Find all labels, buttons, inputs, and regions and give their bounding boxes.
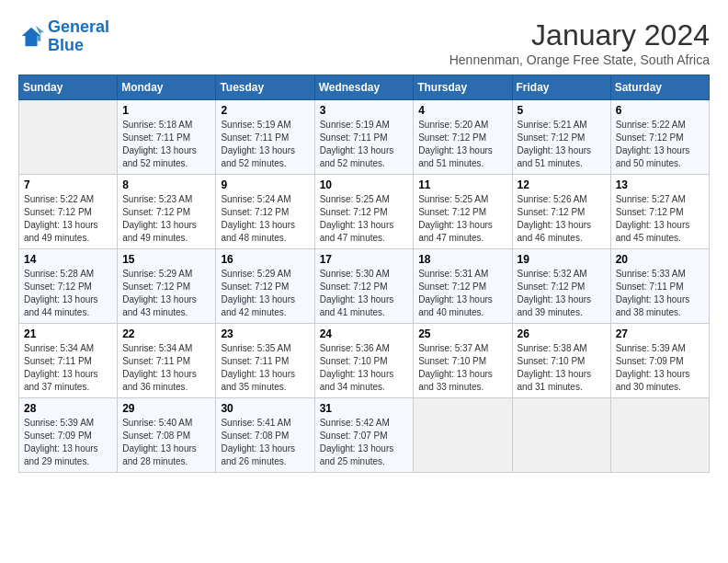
day-info: Sunrise: 5:25 AMSunset: 7:12 PMDaylight:… bbox=[320, 193, 409, 245]
calendar-cell bbox=[414, 398, 512, 473]
day-info: Sunrise: 5:37 AMSunset: 7:10 PMDaylight:… bbox=[418, 342, 506, 394]
calendar-cell: 1Sunrise: 5:18 AMSunset: 7:11 PMDaylight… bbox=[118, 100, 216, 175]
calendar-cell: 30Sunrise: 5:41 AMSunset: 7:08 PMDayligh… bbox=[216, 398, 314, 473]
weekday-header: Thursday bbox=[414, 75, 512, 100]
calendar-cell: 31Sunrise: 5:42 AMSunset: 7:07 PMDayligh… bbox=[314, 398, 414, 473]
day-info: Sunrise: 5:38 AMSunset: 7:10 PMDaylight:… bbox=[518, 342, 606, 394]
day-number: 10 bbox=[320, 178, 409, 191]
day-info: Sunrise: 5:22 AMSunset: 7:12 PMDaylight:… bbox=[24, 193, 112, 245]
day-info: Sunrise: 5:32 AMSunset: 7:12 PMDaylight:… bbox=[518, 268, 606, 319]
day-number: 26 bbox=[518, 327, 606, 340]
day-number: 13 bbox=[616, 178, 704, 191]
day-number: 22 bbox=[122, 327, 210, 340]
day-info: Sunrise: 5:42 AMSunset: 7:07 PMDaylight:… bbox=[320, 417, 409, 468]
header: General Blue January 2024 Hennenman, Ora… bbox=[18, 18, 710, 67]
logo-text: General Blue bbox=[48, 18, 109, 55]
day-info: Sunrise: 5:27 AMSunset: 7:12 PMDaylight:… bbox=[616, 193, 704, 245]
day-info: Sunrise: 5:25 AMSunset: 7:12 PMDaylight:… bbox=[418, 193, 506, 245]
day-info: Sunrise: 5:36 AMSunset: 7:10 PMDaylight:… bbox=[320, 342, 409, 394]
day-info: Sunrise: 5:35 AMSunset: 7:11 PMDaylight:… bbox=[221, 342, 309, 394]
day-info: Sunrise: 5:29 AMSunset: 7:12 PMDaylight:… bbox=[221, 268, 309, 319]
calendar-cell: 10Sunrise: 5:25 AMSunset: 7:12 PMDayligh… bbox=[314, 175, 414, 249]
calendar-cell: 2Sunrise: 5:19 AMSunset: 7:11 PMDaylight… bbox=[216, 100, 314, 175]
day-info: Sunrise: 5:39 AMSunset: 7:09 PMDaylight:… bbox=[616, 342, 704, 394]
day-info: Sunrise: 5:28 AMSunset: 7:12 PMDaylight:… bbox=[24, 268, 112, 319]
weekday-header: Saturday bbox=[610, 75, 709, 100]
day-number: 25 bbox=[418, 327, 506, 340]
calendar-cell: 27Sunrise: 5:39 AMSunset: 7:09 PMDayligh… bbox=[610, 324, 709, 398]
calendar-cell: 5Sunrise: 5:21 AMSunset: 7:12 PMDaylight… bbox=[512, 100, 610, 175]
header-row: SundayMondayTuesdayWednesdayThursdayFrid… bbox=[19, 75, 710, 100]
day-number: 7 bbox=[24, 178, 112, 191]
day-number: 21 bbox=[24, 327, 112, 340]
calendar-cell: 3Sunrise: 5:19 AMSunset: 7:11 PMDaylight… bbox=[314, 100, 414, 175]
calendar-cell: 14Sunrise: 5:28 AMSunset: 7:12 PMDayligh… bbox=[19, 249, 118, 324]
calendar-cell: 28Sunrise: 5:39 AMSunset: 7:09 PMDayligh… bbox=[19, 398, 118, 473]
weekday-header: Sunday bbox=[19, 75, 118, 100]
day-number: 18 bbox=[418, 253, 506, 266]
calendar-cell: 20Sunrise: 5:33 AMSunset: 7:11 PMDayligh… bbox=[610, 249, 709, 324]
logo: General Blue bbox=[18, 18, 109, 55]
month-title: January 2024 bbox=[449, 18, 710, 52]
calendar-week-row: 1Sunrise: 5:18 AMSunset: 7:11 PMDaylight… bbox=[19, 100, 710, 175]
day-info: Sunrise: 5:24 AMSunset: 7:12 PMDaylight:… bbox=[221, 193, 309, 245]
calendar-cell: 9Sunrise: 5:24 AMSunset: 7:12 PMDaylight… bbox=[216, 175, 314, 249]
day-number: 15 bbox=[122, 253, 210, 266]
calendar-cell: 24Sunrise: 5:36 AMSunset: 7:10 PMDayligh… bbox=[314, 324, 414, 398]
calendar-cell: 22Sunrise: 5:34 AMSunset: 7:11 PMDayligh… bbox=[118, 324, 216, 398]
day-info: Sunrise: 5:20 AMSunset: 7:12 PMDaylight:… bbox=[418, 119, 506, 170]
day-info: Sunrise: 5:33 AMSunset: 7:11 PMDaylight:… bbox=[616, 268, 704, 319]
day-number: 30 bbox=[221, 402, 309, 415]
day-number: 14 bbox=[24, 253, 112, 266]
day-number: 28 bbox=[24, 402, 112, 415]
calendar-cell bbox=[19, 100, 118, 175]
day-info: Sunrise: 5:41 AMSunset: 7:08 PMDaylight:… bbox=[221, 417, 309, 468]
calendar-week-row: 21Sunrise: 5:34 AMSunset: 7:11 PMDayligh… bbox=[19, 324, 710, 398]
calendar-table: SundayMondayTuesdayWednesdayThursdayFrid… bbox=[18, 75, 710, 473]
day-info: Sunrise: 5:34 AMSunset: 7:11 PMDaylight:… bbox=[122, 342, 210, 394]
calendar-week-row: 14Sunrise: 5:28 AMSunset: 7:12 PMDayligh… bbox=[19, 249, 710, 324]
weekday-header: Wednesday bbox=[314, 75, 414, 100]
title-area: January 2024 Hennenman, Orange Free Stat… bbox=[449, 18, 710, 67]
day-info: Sunrise: 5:31 AMSunset: 7:12 PMDaylight:… bbox=[418, 268, 506, 319]
day-info: Sunrise: 5:21 AMSunset: 7:12 PMDaylight:… bbox=[518, 119, 606, 170]
day-info: Sunrise: 5:29 AMSunset: 7:12 PMDaylight:… bbox=[122, 268, 210, 319]
day-number: 3 bbox=[320, 104, 409, 117]
day-number: 1 bbox=[122, 104, 210, 117]
calendar-cell bbox=[610, 398, 709, 473]
day-info: Sunrise: 5:26 AMSunset: 7:12 PMDaylight:… bbox=[518, 193, 606, 245]
day-number: 29 bbox=[122, 402, 210, 415]
day-number: 24 bbox=[320, 327, 409, 340]
calendar-cell: 15Sunrise: 5:29 AMSunset: 7:12 PMDayligh… bbox=[118, 249, 216, 324]
calendar-week-row: 28Sunrise: 5:39 AMSunset: 7:09 PMDayligh… bbox=[19, 398, 710, 473]
weekday-header: Friday bbox=[512, 75, 610, 100]
calendar-cell: 21Sunrise: 5:34 AMSunset: 7:11 PMDayligh… bbox=[19, 324, 118, 398]
calendar-cell: 18Sunrise: 5:31 AMSunset: 7:12 PMDayligh… bbox=[414, 249, 512, 324]
calendar-cell: 17Sunrise: 5:30 AMSunset: 7:12 PMDayligh… bbox=[314, 249, 414, 324]
day-number: 17 bbox=[320, 253, 409, 266]
day-number: 6 bbox=[616, 104, 704, 117]
day-number: 5 bbox=[518, 104, 606, 117]
calendar-cell: 7Sunrise: 5:22 AMSunset: 7:12 PMDaylight… bbox=[19, 175, 118, 249]
day-info: Sunrise: 5:19 AMSunset: 7:11 PMDaylight:… bbox=[320, 119, 409, 170]
calendar-cell: 6Sunrise: 5:22 AMSunset: 7:12 PMDaylight… bbox=[610, 100, 709, 175]
day-info: Sunrise: 5:22 AMSunset: 7:12 PMDaylight:… bbox=[616, 119, 704, 170]
day-number: 9 bbox=[221, 178, 309, 191]
calendar-cell: 19Sunrise: 5:32 AMSunset: 7:12 PMDayligh… bbox=[512, 249, 610, 324]
day-number: 11 bbox=[418, 178, 506, 191]
day-number: 19 bbox=[518, 253, 606, 266]
day-number: 31 bbox=[320, 402, 409, 415]
calendar-cell: 11Sunrise: 5:25 AMSunset: 7:12 PMDayligh… bbox=[414, 175, 512, 249]
calendar-cell: 13Sunrise: 5:27 AMSunset: 7:12 PMDayligh… bbox=[610, 175, 709, 249]
calendar-cell: 4Sunrise: 5:20 AMSunset: 7:12 PMDaylight… bbox=[414, 100, 512, 175]
calendar-cell: 8Sunrise: 5:23 AMSunset: 7:12 PMDaylight… bbox=[118, 175, 216, 249]
day-info: Sunrise: 5:30 AMSunset: 7:12 PMDaylight:… bbox=[320, 268, 409, 319]
calendar-cell: 16Sunrise: 5:29 AMSunset: 7:12 PMDayligh… bbox=[216, 249, 314, 324]
day-number: 16 bbox=[221, 253, 309, 266]
day-number: 23 bbox=[221, 327, 309, 340]
day-info: Sunrise: 5:39 AMSunset: 7:09 PMDaylight:… bbox=[24, 417, 112, 468]
weekday-header: Tuesday bbox=[216, 75, 314, 100]
weekday-header: Monday bbox=[118, 75, 216, 100]
day-info: Sunrise: 5:18 AMSunset: 7:11 PMDaylight:… bbox=[122, 119, 210, 170]
calendar-cell: 29Sunrise: 5:40 AMSunset: 7:08 PMDayligh… bbox=[118, 398, 216, 473]
